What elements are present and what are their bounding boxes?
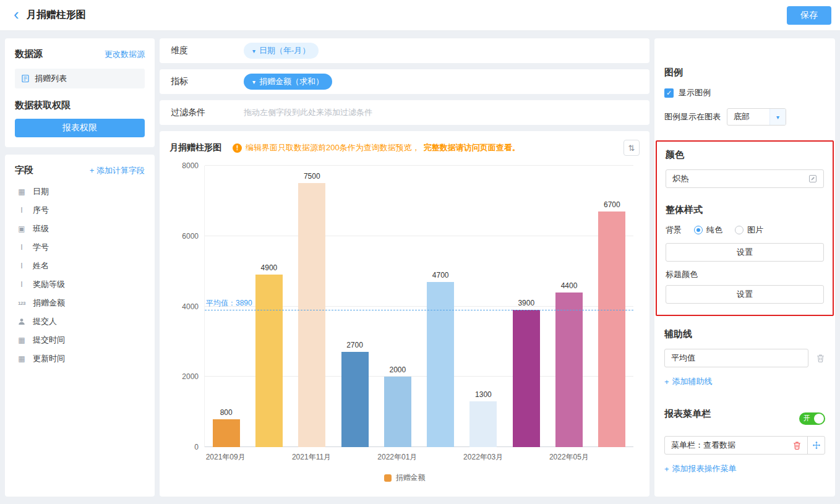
caret-down-icon: ▾	[252, 79, 255, 85]
legend-section: 图例 ✓ 显示图例 图例显示在图表 底部 ▾	[664, 67, 825, 126]
field-item[interactable]: 提交人	[15, 312, 145, 331]
bar-slot: 6700	[591, 166, 633, 447]
chart-title: 月捐赠柱形图	[169, 142, 221, 153]
bar-2022年04月[interactable]	[513, 310, 540, 447]
header: ‹ 月捐赠柱形图 保存	[0, 0, 840, 31]
metric-tag[interactable]: ▾ 捐赠金额（求和）	[244, 74, 332, 90]
filter-placeholder: 拖动左侧字段到此处来添加过滤条件	[244, 107, 372, 118]
field-item[interactable]: 123捐赠金额	[15, 294, 145, 312]
bar-2022年05月[interactable]	[555, 293, 583, 447]
legend-swatch	[384, 474, 392, 482]
show-legend-checkbox[interactable]: ✓ 显示图例	[664, 87, 825, 98]
dimension-label: 维度	[171, 45, 244, 56]
checkbox-checked-icon: ✓	[664, 88, 674, 98]
delete-menu-icon[interactable]	[792, 441, 802, 450]
bars-container: 800490075002700200047001300390044006700	[205, 166, 633, 447]
bar-2022年03月[interactable]	[469, 401, 497, 447]
field-label: 班级	[33, 223, 49, 234]
bar-value-label: 800	[220, 408, 233, 417]
menu-toggle[interactable]: 开	[799, 412, 825, 425]
bar-slot: 4900	[247, 166, 290, 447]
add-menu-link[interactable]: +添加报表操作菜单	[664, 463, 737, 474]
edit-icon[interactable]	[808, 174, 817, 183]
bg-image-radio[interactable]: 图片	[735, 224, 763, 236]
chart-legend: 捐赠金额	[169, 472, 640, 484]
bg-solid-label: 纯色	[706, 224, 722, 236]
bar-2022年06月[interactable]	[598, 211, 625, 447]
color-scheme-input[interactable]: 炽热	[666, 169, 824, 188]
move-menu-icon[interactable]	[807, 437, 825, 454]
y-tick-label: 8000	[171, 161, 199, 170]
aux-line-section: 辅助线 平均值 +添加辅助线	[664, 328, 825, 387]
filter-row[interactable]: 过滤条件 拖动左侧字段到此处来添加过滤条件	[160, 100, 649, 125]
menu-item-label: 菜单栏：查看数据	[671, 440, 792, 451]
field-item[interactable]: ▦日期	[15, 182, 145, 201]
x-tick-label	[247, 452, 289, 463]
field-item[interactable]: Ⅰ学号	[15, 238, 145, 257]
save-button[interactable]: 保存	[787, 6, 831, 25]
field-label: 姓名	[33, 260, 49, 271]
bar-2022年01月[interactable]	[384, 377, 411, 447]
caret-down-icon: ▾	[252, 48, 255, 54]
bar-2021年10月[interactable]	[255, 275, 283, 447]
bar-value-label: 6700	[604, 200, 620, 209]
show-legend-label: 显示图例	[679, 87, 711, 98]
bar-value-label: 1300	[475, 390, 492, 399]
y-tick-label: 4000	[171, 302, 199, 311]
plus-icon: +	[664, 464, 669, 474]
y-tick-label: 6000	[171, 232, 199, 241]
style-section-title: 整体样式	[666, 204, 824, 216]
add-calc-field-link[interactable]: + 添加计算字段	[90, 165, 145, 176]
bar-2021年11月[interactable]	[298, 183, 325, 447]
metric-label: 指标	[171, 76, 244, 87]
field-item[interactable]: Ⅰ奖励等级	[15, 275, 145, 294]
field-item[interactable]: Ⅰ姓名	[15, 257, 145, 275]
legend-position-row: 图例显示在图表 底部 ▾	[664, 108, 825, 126]
bar-2021年12月[interactable]	[341, 352, 369, 447]
add-calc-field-label: 添加计算字段	[96, 166, 145, 175]
text-icon: Ⅰ	[16, 206, 27, 215]
calendar-icon: ▦	[16, 354, 27, 363]
dimension-tag-label: 日期（年-月）	[259, 45, 310, 56]
list-icon	[21, 74, 30, 83]
person-icon	[16, 318, 27, 325]
bar-value-label: 4400	[561, 281, 578, 290]
report-menu-section: 报表菜单栏 开 菜单栏：查看数据 +添加报表操作菜单	[664, 408, 825, 474]
bar-slot: 4700	[419, 166, 461, 447]
menu-item: 菜单栏：查看数据	[664, 436, 825, 455]
delete-aux-line-icon[interactable]	[816, 354, 825, 363]
average-line-label: 平均值：3890	[206, 298, 252, 309]
legend-item[interactable]: 捐赠金额	[384, 472, 426, 483]
sort-button[interactable]: ⇅	[624, 140, 640, 156]
bg-image-label: 图片	[747, 224, 763, 236]
preview-warning: ! 编辑界面只取数据源前200条作为查询数据预览， 完整数据请访问页面查看。	[233, 142, 520, 153]
title-color-set-button[interactable]: 设置	[666, 285, 824, 304]
field-list: ▦日期Ⅰ序号▣班级Ⅰ学号Ⅰ姓名Ⅰ奖励等级123捐赠金额提交人▦提交时间▦更新时间	[15, 182, 145, 368]
aux-line-input[interactable]: 平均值	[664, 349, 808, 367]
change-datasource-link[interactable]: 更改数据源	[105, 49, 145, 60]
field-item[interactable]: ▣班级	[15, 220, 145, 238]
bar-2021年09月[interactable]	[213, 419, 240, 448]
x-tick-label	[419, 452, 461, 463]
bar-chart: 0200040006000800080049007500270020004700…	[169, 156, 640, 488]
radio-checked-icon	[694, 226, 703, 234]
back-icon[interactable]: ‹	[14, 6, 19, 22]
legend-position-select[interactable]: 底部 ▾	[727, 108, 786, 126]
field-item[interactable]: ▦更新时间	[15, 349, 145, 368]
warning-text-strong: 完整数据请访问页面查看。	[424, 142, 520, 153]
y-tick-label: 2000	[171, 372, 199, 381]
datasource-card: 数据源 更改数据源 捐赠列表 数据获取权限 报表权限	[5, 38, 155, 147]
report-permission-button[interactable]: 报表权限	[15, 119, 145, 137]
bg-solid-radio[interactable]: 纯色	[694, 224, 722, 236]
field-item[interactable]: Ⅰ序号	[15, 201, 145, 220]
add-aux-line-link[interactable]: +添加辅助线	[664, 376, 713, 387]
x-tick-label	[591, 452, 633, 463]
toggle-on-label: 开	[804, 414, 810, 423]
background-row: 背景 纯色 图片	[666, 224, 824, 236]
bar-2022年02月[interactable]	[427, 282, 454, 447]
y-tick-label: 0	[171, 443, 199, 451]
datasource-item[interactable]: 捐赠列表	[15, 69, 145, 88]
dimension-tag[interactable]: ▾ 日期（年-月）	[244, 43, 319, 59]
bg-set-button[interactable]: 设置	[666, 243, 824, 262]
field-item[interactable]: ▦提交时间	[15, 331, 145, 349]
